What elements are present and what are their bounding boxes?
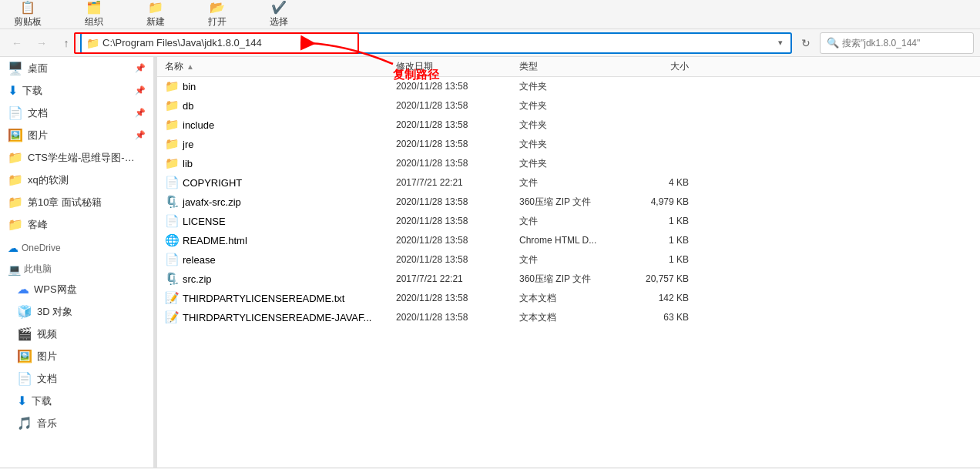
file-name-cell: 📁 include (157, 118, 388, 132)
documents-icon: 📄 (8, 106, 23, 120)
sidebar-item-downloads2[interactable]: ⬇ 下载 (0, 390, 153, 412)
file-name-cell: 📝 THIRDPARTYLICENSEREADME.txt (157, 291, 388, 305)
col-size-header[interactable]: 大小 (619, 60, 696, 73)
sidebar-section-thispc[interactable]: 💻 此电脑 (0, 256, 153, 278)
toolbar-group-clipboard[interactable]: 📋 剪贴板 (8, 0, 48, 30)
address-dropdown-button[interactable]: ▾ (775, 38, 786, 48)
new-icon: 📁 (148, 0, 163, 15)
search-input[interactable] (842, 38, 967, 49)
file-date-cell: 2020/11/28 13:58 (388, 196, 512, 207)
address-bar-input[interactable] (102, 37, 775, 49)
file-date-cell: 2020/11/28 13:58 (388, 235, 512, 246)
table-row[interactable]: 📝 THIRDPARTYLICENSEREADME-JAVAF... 2020/… (157, 308, 980, 327)
file-name-cell: 🗜️ javafx-src.zip (157, 195, 388, 209)
sidebar-item-chapter10[interactable]: 📁 第10章 面试秘籍 (0, 191, 153, 213)
sidebar-item-music[interactable]: 🎵 音乐 (0, 412, 153, 434)
sidebar-item-xq[interactable]: 📁 xq的软测 (0, 169, 153, 191)
table-row[interactable]: 📄 LICENSE 2020/11/28 13:58 文件 1 KB (157, 212, 980, 231)
pictures-icon: 🖼️ (8, 128, 23, 142)
file-name: release (183, 254, 216, 266)
sidebar-item-wps[interactable]: ☁ WPS网盘 (0, 278, 153, 300)
file-name: db (183, 100, 193, 112)
table-row[interactable]: 📁 jre 2020/11/28 13:58 文件夹 (157, 135, 980, 154)
toolbar-group-new[interactable]: 📁 新建 (140, 0, 171, 30)
file-size-cell: 4,979 KB (619, 196, 696, 207)
file-name: README.html (183, 235, 247, 246)
file-name-cell: 📄 release (157, 253, 388, 266)
file-icon: 📁 (165, 156, 180, 170)
file-date-cell: 2020/11/28 13:58 (388, 312, 512, 323)
file-name: javafx-src.zip (183, 196, 241, 208)
file-type-cell: 文件夹 (512, 157, 619, 170)
file-type-cell: Chrome HTML D... (512, 235, 619, 246)
up-button[interactable]: ↑ (55, 32, 77, 54)
open-icon: 📂 (210, 0, 225, 15)
file-name-cell: 📁 bin (157, 79, 388, 93)
forward-button[interactable]: → (31, 32, 52, 54)
sidebar-item-desktop[interactable]: 🖥️ 桌面 📌 (0, 57, 153, 79)
sidebar-section-onedrive[interactable]: ☁ OneDrive (0, 236, 153, 256)
sidebar-item-3d[interactable]: 🧊 3D 对象 (0, 300, 153, 323)
file-name: jre (183, 139, 193, 150)
table-row[interactable]: 📝 THIRDPARTYLICENSEREADME.txt 2020/11/28… (157, 289, 980, 308)
file-type-cell: 文件夹 (512, 119, 619, 132)
kefeng-folder-icon: 📁 (8, 217, 23, 232)
file-name: include (183, 119, 214, 131)
table-row[interactable]: 🗜️ javafx-src.zip 2020/11/28 13:58 360压缩… (157, 193, 980, 212)
sidebar-item-pictures2[interactable]: 🖼️ 图片 (0, 345, 153, 367)
table-row[interactable]: 📁 lib 2020/11/28 13:58 文件夹 (157, 154, 980, 173)
sidebar-item-documents2[interactable]: 📄 文档 (0, 367, 153, 390)
select-icon: ✔️ (271, 0, 287, 15)
table-row[interactable]: 📄 release 2020/11/28 13:58 文件 1 KB (157, 250, 980, 270)
file-type-cell: 文件 (512, 176, 619, 189)
file-type-cell: 文件 (512, 215, 619, 228)
documents2-icon: 📄 (17, 371, 32, 386)
col-type-header[interactable]: 类型 (512, 60, 619, 73)
file-date-cell: 2020/11/28 13:58 (388, 119, 512, 130)
toolbar-group-open[interactable]: 📂 打开 (202, 0, 233, 30)
file-size-cell: 142 KB (619, 293, 696, 303)
clipboard-icon: 📋 (20, 0, 35, 15)
sidebar-item-pictures[interactable]: 🖼️ 图片 📌 (0, 124, 153, 146)
file-icon: 📝 (165, 310, 180, 324)
file-size-cell: 1 KB (619, 254, 696, 265)
file-icon: 🌐 (165, 233, 180, 247)
file-size-cell: 4 KB (619, 177, 696, 188)
file-name: COPYRIGHT (183, 177, 242, 189)
refresh-button[interactable]: ↻ (795, 32, 817, 54)
sidebar-item-kefeng[interactable]: 📁 客峰 (0, 213, 153, 236)
toolbar-group-organize[interactable]: 🗂️ 组织 (79, 0, 109, 30)
table-row[interactable]: 🗜️ src.zip 2017/7/21 22:21 360压缩 ZIP 文件 … (157, 270, 980, 289)
toolbar-group-select[interactable]: ✔️ 选择 (263, 0, 294, 30)
file-icon: 📁 (165, 137, 180, 151)
organize-icon: 🗂️ (86, 0, 102, 15)
col-date-header[interactable]: 修改日期 (388, 60, 512, 73)
file-icon: 📁 (165, 79, 180, 93)
file-name-cell: 📁 lib (157, 156, 388, 170)
sidebar-item-cts[interactable]: 📁 CTS学生端-思维导图-第一组 (0, 146, 153, 169)
back-button[interactable]: ← (6, 32, 28, 54)
address-bar-wrapper: 📁 ▾ (80, 32, 792, 54)
sidebar-item-videos[interactable]: 🎬 视频 (0, 323, 153, 345)
file-icon: 📁 (165, 118, 180, 132)
sidebar-item-downloads[interactable]: ⬇ 下载 📌 (0, 79, 153, 102)
table-row[interactable]: 📄 COPYRIGHT 2017/7/21 22:21 文件 4 KB (157, 173, 980, 193)
table-row[interactable]: 📁 include 2020/11/28 13:58 文件夹 (157, 116, 980, 135)
sidebar: 🖥️ 桌面 📌 ⬇ 下载 📌 📄 文档 📌 🖼️ 图片 📌 📁 (0, 57, 154, 467)
file-name-cell: 📄 COPYRIGHT (157, 176, 388, 189)
onedrive-icon: ☁ (8, 242, 18, 254)
pin-icon-pictures: 📌 (135, 130, 146, 140)
table-row[interactable]: 🌐 README.html 2020/11/28 13:58 Chrome HT… (157, 231, 980, 250)
xq-folder-icon: 📁 (8, 173, 23, 187)
file-date-cell: 2020/11/28 13:58 (388, 139, 512, 149)
file-type-cell: 文本文档 (512, 292, 619, 305)
file-type-cell: 文件 (512, 253, 619, 266)
sidebar-item-documents[interactable]: 📄 文档 📌 (0, 102, 153, 124)
col-name-header[interactable]: 名称 ▲ (157, 60, 388, 73)
downloads2-icon: ⬇ (17, 394, 27, 408)
file-type-cell: 文本文档 (512, 311, 619, 324)
table-row[interactable]: 📁 db 2020/11/28 13:58 文件夹 (157, 96, 980, 116)
search-bar: 🔍 (820, 32, 974, 54)
table-row[interactable]: 📁 bin 2020/11/28 13:58 文件夹 (157, 77, 980, 96)
file-header: 名称 ▲ 修改日期 类型 大小 (157, 57, 980, 77)
